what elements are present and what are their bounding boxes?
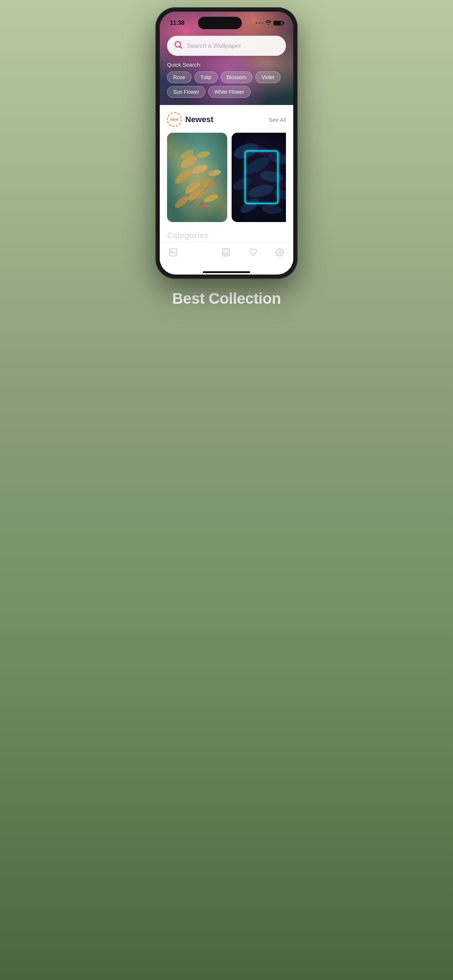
svg-point-14 [202, 204, 205, 207]
svg-point-6 [183, 180, 202, 196]
nav-settings[interactable] [271, 246, 289, 261]
svg-point-9 [196, 150, 211, 159]
tag-rose[interactable]: Rose [167, 72, 191, 83]
signal-dots [256, 22, 263, 24]
status-icons [256, 20, 283, 26]
newest-section-header: NEW Newest See All [167, 112, 286, 127]
wallpaper-icon [222, 248, 231, 259]
phone-frame: 11:38 [155, 7, 298, 279]
battery-icon [274, 21, 283, 25]
nav-wallpaper[interactable] [217, 246, 235, 261]
phone-screen: 11:38 [160, 12, 293, 275]
section-title-group: NEW Newest [167, 112, 214, 127]
svg-rect-35 [222, 249, 230, 256]
svg-point-37 [279, 251, 281, 253]
svg-point-8 [179, 148, 195, 161]
search-placeholder: Search a Wallpaper [187, 42, 241, 49]
quick-search-label: Quick Search: [167, 62, 286, 68]
svg-point-13 [200, 202, 204, 205]
footer-tagline: Best Collection [172, 290, 281, 307]
heart-icon [249, 248, 257, 259]
newest-title: Newest [185, 115, 214, 124]
svg-point-5 [199, 179, 215, 189]
status-bar: 11:38 [160, 12, 293, 29]
new-badge: NEW [167, 112, 182, 127]
gallery-icon [169, 248, 178, 259]
wallpaper-cards-row [167, 133, 286, 228]
see-all-link[interactable]: See All [269, 117, 286, 123]
dynamic-island [198, 17, 242, 29]
svg-point-12 [203, 193, 219, 204]
svg-point-2 [179, 153, 199, 170]
tag-violet[interactable]: Violet [255, 72, 281, 83]
tag-blossom[interactable]: Blossom [221, 72, 253, 83]
tags-row: Rose Tulip Blossom Violet Sun Flower Whi… [167, 72, 286, 98]
search-nav-icon [196, 249, 204, 258]
tag-tulip[interactable]: Tulip [195, 72, 218, 83]
quick-search-section: Quick Search: Rose Tulip Blossom Violet … [167, 62, 286, 98]
status-time: 11:38 [170, 20, 184, 26]
search-nav-active [196, 248, 204, 258]
home-indicator [203, 271, 250, 273]
svg-point-3 [191, 163, 209, 175]
svg-rect-1 [167, 133, 227, 222]
svg-point-11 [173, 194, 190, 210]
nav-gallery[interactable] [164, 246, 182, 261]
wifi-icon [266, 20, 271, 26]
nav-search[interactable] [191, 246, 208, 261]
svg-point-4 [173, 167, 194, 186]
card-neon-leaves[interactable] [231, 133, 286, 222]
nav-favorites[interactable] [244, 246, 262, 261]
main-content: NEW Newest See All [160, 105, 293, 242]
bottom-nav [160, 242, 293, 268]
search-icon [174, 41, 182, 51]
card-warm-leaves[interactable] [167, 133, 227, 222]
svg-point-33 [171, 250, 172, 251]
categories-label: Categories [167, 228, 286, 242]
search-box[interactable]: Search a Wallpaper [167, 36, 286, 56]
tag-sunflower[interactable]: Sun Flower [167, 86, 205, 98]
search-container[interactable]: Search a Wallpaper [167, 36, 286, 56]
tag-whiteflower[interactable]: White Flower [208, 86, 250, 98]
settings-icon [275, 248, 284, 259]
svg-point-7 [207, 169, 222, 177]
svg-point-10 [186, 187, 206, 202]
